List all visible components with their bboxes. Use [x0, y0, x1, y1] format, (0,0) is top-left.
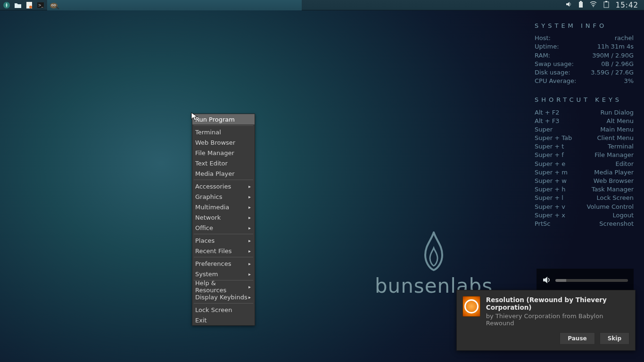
browser-launcher[interactable] [24, 0, 35, 10]
chevron-right-icon: ▸ [248, 238, 251, 243]
sysinfo-row: Host:rachel [535, 34, 634, 42]
shortcut-val: Web Browser [594, 177, 634, 185]
chevron-right-icon: ▸ [248, 194, 251, 199]
menu-item-label: System [195, 271, 218, 278]
chevron-right-icon: ▸ [248, 225, 251, 230]
sysinfo-key: Uptime: [535, 42, 559, 51]
shortcut-key: Super + f [535, 151, 564, 159]
terminal-launcher[interactable]: >_ [35, 0, 46, 10]
volume-osd [537, 269, 634, 292]
menu-item-file-manager[interactable]: File Manager [192, 148, 255, 158]
menu-item-label: Multimedia [195, 204, 229, 211]
menu-launcher[interactable] [1, 0, 12, 10]
conky-system-info: SYSTEM INFO Host:rachelUptime:11h 31m 4s… [535, 22, 634, 228]
menu-item-places[interactable]: Places▸ [192, 235, 255, 246]
menu-item-text-editor[interactable]: Text Editor [192, 158, 255, 168]
clipboard-tray-icon[interactable] [603, 1, 609, 9]
menu-item-help-resources[interactable]: Help & Resources▸ [192, 281, 255, 292]
menu-item-terminal[interactable]: Terminal [192, 127, 255, 137]
shortcut-val: File Manager [594, 151, 634, 159]
system-tray: 15:42 [565, 1, 644, 9]
menu-item-graphics[interactable]: Graphics▸ [192, 191, 255, 202]
sysinfo-key: Disk usage: [535, 68, 570, 77]
media-notification: Resolution (Rewound by Thievery Corporat… [456, 290, 636, 351]
menu-item-system[interactable]: System▸ [192, 269, 255, 279]
shortcut-row: Super + fFile Manager [535, 151, 634, 159]
svg-rect-10 [580, 1, 582, 2]
menu-item-label: Terminal [195, 129, 221, 136]
album-art [462, 296, 480, 317]
menu-item-accessories[interactable]: Accessories▸ [192, 181, 255, 191]
sysinfo-row: Swap usage:0B / 2.96G [535, 60, 634, 68]
menu-item-label: Office [195, 224, 213, 231]
skip-button[interactable]: Skip [600, 332, 629, 345]
menu-item-recent-files[interactable]: Recent Files▸ [192, 246, 255, 256]
root-context-menu[interactable]: Run ProgramTerminalWeb BrowserFile Manag… [192, 114, 255, 326]
shortcut-val: Run Dialog [601, 108, 634, 117]
chevron-right-icon: ▸ [248, 295, 251, 300]
menu-item-label: Network [195, 214, 221, 221]
gimp-icon [49, 1, 59, 9]
file-manager-launcher[interactable] [12, 0, 24, 10]
menu-item-label: Display Keybinds [195, 294, 248, 301]
menu-separator [194, 303, 253, 304]
menu-item-label: Run Program [195, 116, 235, 123]
sysinfo-row: RAM:390M / 2.90G [535, 51, 634, 60]
speaker-icon [542, 276, 551, 286]
svg-point-7 [52, 5, 53, 6]
sysinfo-val: 3.59G / 27.6G [591, 68, 634, 77]
shortcut-key: Super + e [535, 160, 565, 168]
shortcut-key: Super + v [535, 203, 565, 211]
shortcut-row: Alt + F2Run Dialog [535, 108, 634, 117]
menu-item-office[interactable]: Office▸ [192, 222, 255, 233]
menu-item-run-program[interactable]: Run Program [192, 114, 255, 124]
shortcut-row: PrtScScreenshot [535, 220, 634, 228]
menu-item-label: Preferences [195, 260, 231, 267]
menu-item-media-player[interactable]: Media Player [192, 168, 255, 179]
volume-tray-icon[interactable] [565, 1, 572, 9]
taskbar-task-gimp[interactable] [47, 0, 302, 10]
menu-item-multimedia[interactable]: Multimedia▸ [192, 202, 255, 212]
sysinfo-row: Uptime:11h 31m 4s [535, 42, 634, 51]
menu-item-lock-screen[interactable]: Lock Screen [192, 304, 255, 315]
battery-tray-icon[interactable] [578, 1, 583, 9]
shortcut-row: Super + xLogout [535, 211, 634, 220]
chevron-right-icon: ▸ [248, 284, 251, 289]
menu-item-label: Recent Files [195, 247, 232, 255]
chevron-right-icon: ▸ [248, 184, 251, 189]
menu-item-web-browser[interactable]: Web Browser [192, 137, 255, 148]
menu-item-label: Exit [195, 317, 207, 324]
svg-point-12 [593, 6, 594, 7]
sysinfo-val: rachel [615, 34, 634, 42]
shortcut-val: Client Menu [597, 134, 634, 142]
menu-item-preferences[interactable]: Preferences▸ [192, 258, 255, 269]
panel-clock[interactable]: 15:42 [616, 1, 638, 9]
menu-separator [194, 125, 253, 126]
sysinfo-key: Swap usage: [535, 60, 574, 68]
shortcut-val: Logout [612, 211, 634, 220]
shortcut-val: Lock Screen [597, 194, 634, 202]
chevron-right-icon: ▸ [248, 272, 251, 277]
shortcut-val: Media Player [594, 168, 634, 177]
menu-separator [194, 234, 253, 234]
menu-item-display-keybinds[interactable]: Display Keybinds▸ [192, 292, 255, 302]
menu-item-label: Help & Resources [195, 280, 248, 294]
volume-slider[interactable] [555, 279, 628, 282]
shortcut-val: Editor [616, 160, 634, 168]
menu-item-network[interactable]: Network▸ [192, 212, 255, 222]
shortcut-val: Alt Menu [607, 117, 634, 125]
shortcut-key: Super + w [535, 177, 567, 185]
pause-button[interactable]: Pause [560, 332, 594, 345]
sysinfo-row: CPU Average:3% [535, 77, 634, 85]
shortcut-val: Terminal [608, 142, 634, 151]
shortcut-key: Super + t [535, 142, 564, 151]
shortcut-row: Super + tTerminal [535, 142, 634, 151]
shortcut-key: Alt + F3 [535, 117, 560, 125]
sysinfo-val: 11h 31m 4s [597, 42, 634, 51]
shortcut-val: Screenshot [599, 220, 634, 228]
shortcut-val: Volume Control [587, 203, 634, 211]
wifi-tray-icon[interactable] [590, 1, 597, 8]
svg-point-9 [54, 5, 55, 6]
taskbar: >_ 15:42 [0, 0, 644, 10]
menu-item-exit[interactable]: Exit [192, 315, 255, 325]
